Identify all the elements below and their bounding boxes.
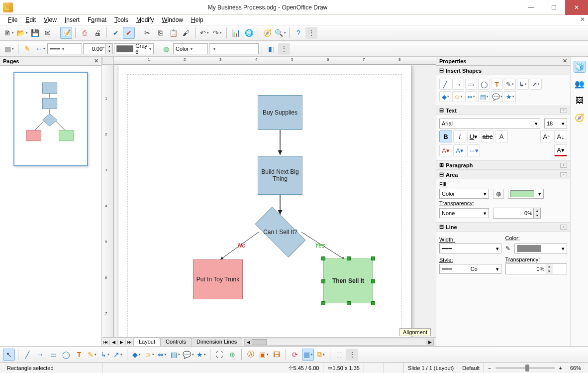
text-tool[interactable]: T	[73, 349, 85, 361]
flowchart-box-trunk[interactable]: Put In Toy Trunk	[193, 259, 243, 299]
page-canvas[interactable]: Buy Supplies Build Next Big Thing Can I …	[118, 65, 411, 337]
callouts-tool[interactable]: 💬	[182, 349, 194, 361]
shape-blockarrow-icon[interactable]: ⇔	[465, 91, 477, 102]
shape-flowchart-icon[interactable]: ▤	[478, 91, 490, 102]
zoom-out-icon[interactable]: −	[488, 365, 491, 371]
new-button[interactable]: 🗎	[3, 27, 15, 39]
menu-file[interactable]: File	[4, 16, 21, 24]
lines-tool[interactable]: ↗	[112, 349, 124, 361]
fill-color-combo[interactable]: ▾	[209, 43, 259, 54]
shape-arrow-icon[interactable]: →	[452, 79, 464, 90]
gallery-tool[interactable]: 🎞	[271, 349, 283, 361]
tab-dimension[interactable]: Dimension Lines	[191, 338, 242, 346]
shape-curve-icon[interactable]: ✎	[504, 79, 516, 90]
font-color-button[interactable]: A▾	[439, 144, 452, 156]
shape-connector-icon[interactable]: ↳	[517, 79, 529, 90]
email-button[interactable]: ✉	[42, 27, 54, 39]
font-color2-button[interactable]: A▾	[554, 144, 567, 156]
section-text[interactable]: ⊟ Text▫	[436, 106, 570, 115]
transparency-type-select[interactable]: None▾	[439, 208, 489, 218]
spellcheck-button[interactable]: ✔	[110, 27, 122, 39]
stars-tool[interactable]: ★	[195, 349, 207, 361]
help-button[interactable]: ?	[293, 27, 304, 39]
area-more-icon[interactable]: ▫	[560, 172, 567, 177]
undo-button[interactable]: ↶	[198, 27, 210, 39]
basic-shapes-tool[interactable]: ◆	[130, 349, 142, 361]
line-width-select[interactable]: ━━━▾	[439, 244, 501, 253]
cut-button[interactable]: ✂	[141, 27, 153, 39]
shape-lines-icon[interactable]: ↗	[530, 79, 542, 90]
flowchart-diamond[interactable]: Can I Sell It?	[257, 215, 304, 249]
export-pdf-button[interactable]: ⎙	[79, 27, 91, 39]
minimize-button[interactable]: —	[519, 0, 542, 15]
menu-help[interactable]: Help	[187, 16, 207, 24]
extrusion-tool[interactable]: ⬚	[333, 349, 345, 361]
line-style-combo[interactable]: ━━━▾	[47, 43, 82, 54]
block-arrows-tool[interactable]: ⇔	[156, 349, 168, 361]
fontwork-tool[interactable]: Ⓐ	[245, 349, 257, 361]
from-file-tool[interactable]: ▣	[258, 349, 270, 361]
section-line[interactable]: ⊟ Line▫	[436, 222, 570, 232]
points-tool[interactable]: ⛶	[213, 349, 225, 361]
menu-insert[interactable]: Insert	[61, 16, 84, 24]
shape-callout-icon[interactable]: 💬	[491, 91, 503, 102]
maximize-button[interactable]: ☐	[542, 0, 565, 15]
zoom-slider[interactable]	[495, 367, 555, 369]
line-more-icon[interactable]: ▫	[560, 225, 567, 230]
navigator-button[interactable]: 🧭	[261, 27, 273, 39]
line-style-select[interactable]: ━━━ Co▾	[439, 264, 501, 274]
shape-star-icon[interactable]: ★	[504, 91, 516, 102]
section-area[interactable]: ⊟ Area▫	[436, 170, 570, 179]
sidebar-gallery-icon[interactable]: 🖼	[574, 95, 586, 107]
arrow-style-button[interactable]: ↔	[34, 43, 46, 55]
line-tool[interactable]: ╱	[21, 349, 33, 361]
tab-layout[interactable]: Layout	[133, 338, 161, 346]
autospell-button[interactable]: ✔	[123, 27, 135, 39]
copy-button[interactable]: ⎘	[154, 27, 166, 39]
shape-ellipse-icon[interactable]: ◯	[478, 79, 490, 90]
zoom-controls[interactable]: − +	[484, 363, 566, 373]
shape-basic-icon[interactable]: ◆	[439, 91, 451, 102]
sidebar-navigator-icon[interactable]: 🧭	[574, 112, 586, 124]
line-width-input[interactable]	[84, 46, 105, 52]
rotate-tool[interactable]: ⟳	[289, 349, 301, 361]
char-spacing-button[interactable]: ↔▾	[467, 144, 480, 156]
save-button[interactable]: 💾	[29, 27, 41, 39]
sidebar-styles-icon[interactable]: 👥	[574, 78, 586, 90]
mdi-close-icon[interactable]: ✕	[580, 16, 585, 23]
page-thumbnail-1[interactable]	[13, 72, 88, 166]
arrow-tool[interactable]: →	[34, 349, 46, 361]
font-size-combo[interactable]: 18▾	[544, 119, 567, 128]
zoom-button[interactable]: 🔍	[274, 27, 286, 39]
flowchart-box-build[interactable]: Build Next Big Thing	[258, 156, 302, 195]
section-insert-shapes[interactable]: ⊟ Insert Shapes	[436, 66, 570, 75]
select-tool[interactable]: ↖	[3, 349, 15, 361]
curve-tool[interactable]: ✎	[86, 349, 98, 361]
pages-panel-close-icon[interactable]: ✕	[94, 58, 98, 64]
fill-color-select[interactable]: ▾	[508, 189, 544, 199]
horizontal-scrollbar[interactable]: ◀ ▶	[244, 339, 434, 346]
menu-window[interactable]: Window	[158, 16, 187, 24]
flowchart-box-buy[interactable]: Buy Supplies	[258, 95, 302, 130]
hyperlink-button[interactable]: 🌐	[243, 27, 255, 39]
properties-close-icon[interactable]: ✕	[563, 58, 567, 64]
redo-button[interactable]: ↷	[211, 27, 223, 39]
strike-button[interactable]: abc	[481, 130, 494, 142]
menu-edit[interactable]: Edit	[21, 16, 40, 24]
tab-controls[interactable]: Controls	[160, 338, 192, 346]
line-trans-spinner[interactable]: ▴▾	[505, 263, 568, 274]
open-button[interactable]: 📂	[16, 27, 28, 39]
paste-button[interactable]: 📋	[167, 27, 179, 39]
font-name-combo[interactable]: Arial▾	[439, 119, 540, 128]
zoom-in-icon[interactable]: +	[559, 365, 562, 371]
canvas-viewport[interactable]: Buy Supplies Build Next Big Thing Can I …	[114, 65, 436, 337]
arrange-button[interactable]: ▦	[3, 43, 15, 55]
line-color-select[interactable]: ▾	[514, 244, 568, 253]
toolbar-overflow[interactable]: ⋮	[305, 27, 317, 39]
toolbar-overflow-bottom[interactable]: ⋮	[346, 349, 358, 361]
line-style-icon[interactable]: ✎	[21, 43, 33, 55]
shape-line-icon[interactable]: ╱	[439, 79, 451, 90]
shadow-button[interactable]: ◧	[265, 43, 277, 55]
text-more-icon[interactable]: ▫	[560, 108, 567, 113]
fill-type-combo[interactable]: Color▾	[173, 43, 208, 54]
